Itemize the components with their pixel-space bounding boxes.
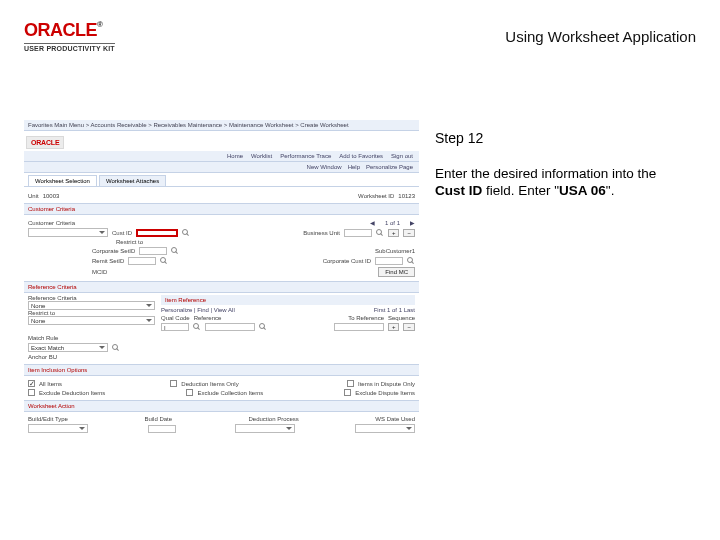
- oracle-subtitle: USER PRODUCTIVITY KIT: [24, 43, 115, 52]
- oracle-logo: ORACLE® USER PRODUCTIVITY KIT: [24, 20, 115, 52]
- ref-criteria-label: Reference Criteria: [28, 295, 77, 301]
- ref-restrict-label: Restrict to: [28, 310, 55, 316]
- cust-pager[interactable]: 1 of 1: [385, 220, 400, 226]
- search-icon[interactable]: [171, 247, 179, 255]
- deduction-process-dropdown[interactable]: [235, 424, 295, 433]
- corp-setid-label: Corporate SetID: [92, 248, 135, 254]
- instruction-pane: Step 12 Enter the desired information in…: [435, 130, 690, 200]
- mcid-label: MCID: [92, 269, 107, 275]
- qualcode-input[interactable]: I: [161, 323, 189, 331]
- step-text: Enter the desired information into the C…: [435, 166, 690, 200]
- ws-date-label: WS Date Used: [375, 416, 415, 422]
- ref-criteria-dropdown[interactable]: None: [28, 301, 155, 310]
- page-tabs: Worksheet Selection Worksheet Attaches: [24, 173, 419, 186]
- corp-setid-input[interactable]: [139, 247, 167, 255]
- match-rule-dropdown[interactable]: Exact Match: [28, 343, 108, 352]
- excl-dispute-checkbox[interactable]: [344, 389, 351, 396]
- reference-input[interactable]: [205, 323, 255, 331]
- remit-setid-label: Remit SetID: [92, 258, 124, 264]
- oracle-app-logo: ORACLE: [26, 136, 64, 149]
- add-row-button[interactable]: +: [388, 323, 400, 331]
- cust-criteria-label: Customer Criteria: [28, 220, 75, 226]
- tab-worksheet-attaches[interactable]: Worksheet Attaches: [99, 175, 166, 186]
- dispute-only-label: Items in Dispute Only: [358, 381, 415, 387]
- match-rule-label: Match Rule: [28, 335, 58, 341]
- action-help[interactable]: Help: [348, 164, 360, 170]
- step-value: USA 06: [559, 183, 606, 198]
- excl-collection-checkbox[interactable]: [186, 389, 193, 396]
- anchor-bu-label: Anchor BU: [28, 354, 57, 360]
- header-form: Unit 10003 Worksheet ID 10123: [24, 189, 419, 203]
- search-icon[interactable]: [160, 257, 168, 265]
- all-items-label: All Items: [39, 381, 62, 387]
- business-unit-input[interactable]: [344, 229, 372, 237]
- doc-title: Using Worksheet Application: [505, 28, 696, 45]
- search-icon[interactable]: [407, 257, 415, 265]
- remit-setid-input[interactable]: [128, 257, 156, 265]
- subcust1-label: SubCustomer1: [375, 248, 415, 254]
- build-type-label: Build/Edit Type: [28, 416, 68, 422]
- restrict-label: Restrict to: [116, 239, 143, 245]
- ws-id-label: Worksheet ID: [358, 193, 394, 199]
- action-personalize[interactable]: Personalize Page: [366, 164, 413, 170]
- nav-worklist[interactable]: Worklist: [251, 153, 272, 159]
- section-item-reference: Item Reference: [161, 295, 415, 305]
- app-breadcrumb-bar: Favorites Main Menu > Accounts Receivabl…: [24, 120, 419, 131]
- business-unit-label: Business Unit: [303, 230, 340, 236]
- search-icon[interactable]: [376, 229, 384, 237]
- item-ref-pager-actions[interactable]: Personalize | Find | View All: [161, 307, 235, 313]
- unit-label: Unit: [28, 193, 39, 199]
- item-ref-pager-count[interactable]: First 1 of 1 Last: [374, 307, 415, 313]
- search-icon[interactable]: [112, 344, 120, 352]
- cust-id-input[interactable]: [136, 229, 178, 237]
- search-icon[interactable]: [259, 323, 267, 331]
- nav-home[interactable]: Home: [227, 153, 243, 159]
- nav-perf-trace[interactable]: Performance Trace: [280, 153, 331, 159]
- tab-worksheet-selection[interactable]: Worksheet Selection: [28, 175, 97, 186]
- remove-row-button[interactable]: −: [403, 323, 415, 331]
- ref-restrict-dropdown[interactable]: None: [28, 316, 155, 325]
- global-nav: Home Worklist Performance Trace Add to F…: [24, 151, 419, 162]
- breadcrumb[interactable]: Favorites Main Menu > Accounts Receivabl…: [28, 122, 349, 128]
- excl-dispute-label: Exclude Dispute Items: [355, 390, 415, 396]
- dispute-only-checkbox[interactable]: [347, 380, 354, 387]
- remove-row-button[interactable]: −: [403, 229, 415, 237]
- deduction-process-label: Deduction Process: [249, 416, 299, 422]
- find-mc-button[interactable]: Find MC: [378, 267, 415, 277]
- step-field-label: Cust ID: [435, 183, 482, 198]
- excl-deduction-label: Exclude Deduction Items: [39, 390, 105, 396]
- deduction-only-label: Deduction Items Only: [181, 381, 238, 387]
- excl-deduction-checkbox[interactable]: [28, 389, 35, 396]
- nav-signout[interactable]: Sign out: [391, 153, 413, 159]
- oracle-wordmark: ORACLE®: [24, 20, 115, 41]
- unit-value: 10003: [43, 193, 60, 199]
- build-type-dropdown[interactable]: [28, 424, 88, 433]
- cust-criteria-dropdown[interactable]: [28, 228, 108, 237]
- nav-add-fav[interactable]: Add to Favorites: [339, 153, 383, 159]
- to-reference-input[interactable]: [334, 323, 384, 331]
- excl-collection-label: Exclude Collection Items: [197, 390, 263, 396]
- seq-label: Sequence: [388, 315, 415, 321]
- step-mid: field. Enter ": [482, 183, 559, 198]
- step-post: ".: [606, 183, 615, 198]
- search-icon[interactable]: [193, 323, 201, 331]
- section-customer-criteria: Customer Criteria: [24, 203, 419, 215]
- ws-date-dropdown[interactable]: [355, 424, 415, 433]
- corp-cust-input[interactable]: [375, 257, 403, 265]
- build-date-label: Build Date: [144, 416, 172, 422]
- all-items-checkbox[interactable]: [28, 380, 35, 387]
- add-row-button[interactable]: +: [388, 229, 400, 237]
- app-screenshot: Favorites Main Menu > Accounts Receivabl…: [24, 120, 419, 437]
- qualcode-label: Qual Code: [161, 315, 190, 321]
- action-new-window[interactable]: New Window: [307, 164, 342, 170]
- step-pre: Enter the desired information into the: [435, 166, 656, 181]
- cust-id-label: Cust ID: [112, 230, 132, 236]
- to-ref-label: To Reference: [348, 315, 384, 321]
- reference-label: Reference: [194, 315, 222, 321]
- doc-header: ORACLE® USER PRODUCTIVITY KIT Using Work…: [24, 20, 696, 52]
- search-icon[interactable]: [182, 229, 190, 237]
- section-item-inclusion: Item Inclusion Options: [24, 364, 419, 376]
- step-title: Step 12: [435, 130, 690, 146]
- build-date-input[interactable]: [148, 425, 176, 433]
- deduction-only-checkbox[interactable]: [170, 380, 177, 387]
